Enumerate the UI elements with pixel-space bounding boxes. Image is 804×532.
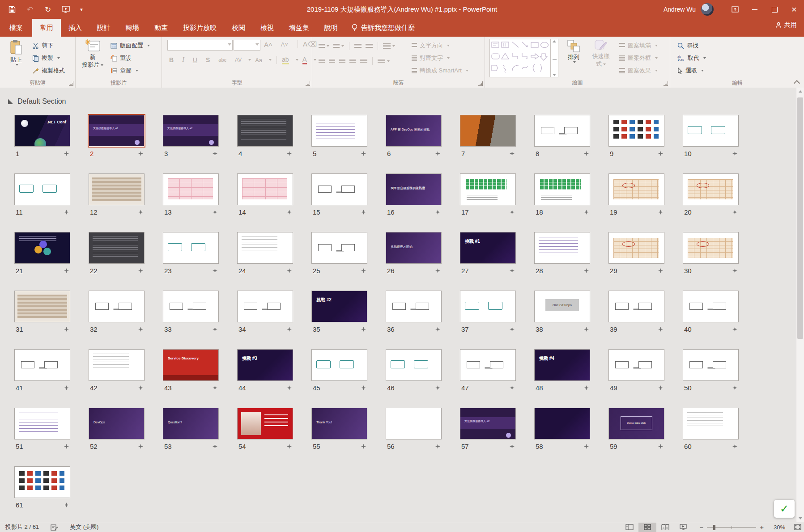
slide-cell-18[interactable]: 18 <box>535 174 590 216</box>
slide-sorter-canvas[interactable]: Default Section .NET Conf1大規模微服務導入 #12大規… <box>0 88 804 522</box>
replace-button[interactable]: abac 取代 <box>677 53 706 63</box>
zoom-slider-thumb[interactable] <box>713 525 715 530</box>
scroll-up-button[interactable] <box>796 88 804 95</box>
slide-cell-52[interactable]: DevOps52 <box>89 408 144 450</box>
shrink-font-button[interactable]: A˅ <box>281 41 288 48</box>
slide-cell-41[interactable]: 41 <box>15 350 70 392</box>
slide-cell-26[interactable]: 挑戰現在才開始26 <box>386 232 441 274</box>
slide-thumbnail[interactable] <box>609 291 664 322</box>
font-size-combo[interactable] <box>234 40 260 51</box>
language-indicator[interactable]: 英文 (美國) <box>70 523 98 531</box>
slide-thumbnail[interactable] <box>535 408 590 439</box>
slide-counter[interactable]: 投影片 2 / 61 <box>5 523 39 531</box>
slide-cell-51[interactable]: 51 <box>15 408 70 450</box>
select-button[interactable]: 選取 <box>677 65 704 76</box>
clipboard-dialog-launcher[interactable] <box>69 81 73 86</box>
slide-cell-1[interactable]: .NET Conf1 <box>15 115 70 157</box>
share-button[interactable]: 共用 <box>775 21 797 29</box>
slide-cell-30[interactable]: 30 <box>683 232 738 274</box>
vertical-scrollbar[interactable] <box>796 88 804 522</box>
slide-cell-33[interactable]: 33 <box>163 291 218 333</box>
slide-thumbnail[interactable] <box>609 115 664 146</box>
avatar[interactable] <box>701 3 714 16</box>
slide-cell-59[interactable]: Demo intro slide59 <box>609 408 664 450</box>
slide-cell-5[interactable]: 5 <box>312 115 367 157</box>
font-name-combo[interactable] <box>167 40 233 51</box>
paste-button[interactable]: 貼上 <box>4 39 29 66</box>
tab-design[interactable]: 設計 <box>89 19 118 37</box>
slide-thumbnail[interactable] <box>238 232 293 263</box>
maximize-button[interactable] <box>765 0 784 19</box>
slide-cell-24[interactable]: 24 <box>238 232 293 274</box>
slide-cell-16[interactable]: 簡單整合微服務的複雜度16 <box>386 174 441 216</box>
slide-cell-42[interactable]: 42 <box>89 350 144 392</box>
character-spacing-button[interactable]: AV <box>235 57 242 63</box>
slide-cell-38[interactable]: One Git Repo38 <box>535 291 590 333</box>
decrease-indent-button[interactable] <box>354 44 362 48</box>
zoom-slider[interactable] <box>707 523 756 532</box>
slide-thumbnail[interactable] <box>15 350 70 380</box>
tab-view[interactable]: 檢視 <box>253 19 281 37</box>
tab-home[interactable]: 常用 <box>32 19 61 37</box>
slide-thumbnail[interactable] <box>238 115 293 146</box>
fit-slide-to-window-button[interactable] <box>794 524 801 530</box>
slide-thumbnail[interactable]: 挑戰 #2 <box>312 291 367 322</box>
slide-cell-50[interactable]: 50 <box>683 350 738 392</box>
slide-cell-9[interactable]: 9 <box>609 115 664 157</box>
slide-thumbnail[interactable] <box>535 174 590 205</box>
slide-thumbnail[interactable] <box>312 232 367 263</box>
slide-thumbnail[interactable] <box>89 350 144 380</box>
slide-cell-28[interactable]: 28 <box>535 232 590 274</box>
slide-cell-45[interactable]: 45 <box>312 350 367 392</box>
slide-thumbnail[interactable]: APP 在 DevOps 浪潮的挑戰 <box>386 115 441 146</box>
slide-thumbnail[interactable]: 大規模微服務導入 #1 <box>89 115 144 146</box>
slide-cell-57[interactable]: 大規模微服務導入 #257 <box>460 408 515 450</box>
slide-thumbnail[interactable]: 挑戰現在才開始 <box>386 232 441 263</box>
slide-cell-21[interactable]: 21 <box>15 232 70 274</box>
strikethrough-button[interactable]: abc <box>218 57 226 63</box>
slide-thumbnail[interactable] <box>535 232 590 263</box>
slide-thumbnail[interactable] <box>89 291 144 322</box>
layout-button[interactable]: 版面配置 <box>111 40 150 51</box>
distribute-button[interactable] <box>360 59 367 63</box>
slide-cell-56[interactable]: 56 <box>386 408 441 450</box>
change-case-button[interactable]: Aa <box>255 57 262 63</box>
slide-thumbnail[interactable] <box>15 408 70 439</box>
slide-thumbnail[interactable] <box>683 350 738 380</box>
slide-thumbnail[interactable] <box>683 232 738 263</box>
zoom-level[interactable]: 30% <box>767 524 785 531</box>
slide-cell-8[interactable]: 8 <box>535 115 590 157</box>
slide-cell-4[interactable]: 4 <box>238 115 293 157</box>
slide-cell-23[interactable]: 23 <box>163 232 218 274</box>
slide-thumbnail[interactable]: .NET Conf <box>15 115 70 146</box>
view-slide-sorter-button[interactable] <box>638 523 656 532</box>
slide-thumbnail[interactable] <box>535 115 590 146</box>
tab-animations[interactable]: 動畫 <box>147 19 175 37</box>
close-button[interactable]: × <box>784 0 804 19</box>
arrange-button[interactable]: 排列 <box>562 39 585 63</box>
drawing-dialog-launcher[interactable] <box>664 81 668 86</box>
tab-addins[interactable]: 增益集 <box>281 19 317 37</box>
slide-cell-15[interactable]: 15 <box>312 174 367 216</box>
section-button[interactable]: 章節 <box>111 65 138 76</box>
slide-cell-58[interactable]: 58 <box>535 408 590 450</box>
slide-thumbnail[interactable] <box>460 350 515 380</box>
slide-thumbnail[interactable] <box>15 291 70 322</box>
slide-thumbnail[interactable]: 挑戰 #3 <box>238 350 293 380</box>
slide-thumbnail[interactable] <box>163 291 218 322</box>
user-name[interactable]: Andrew Wu <box>664 6 696 13</box>
font-dialog-launcher[interactable] <box>306 81 310 86</box>
slide-thumbnail[interactable] <box>238 291 293 322</box>
slide-thumbnail[interactable] <box>163 174 218 205</box>
slide-cell-54[interactable]: 54 <box>238 408 293 450</box>
slide-thumbnail[interactable] <box>460 115 515 146</box>
scroll-down-button[interactable] <box>796 515 804 522</box>
tab-help[interactable]: 說明 <box>317 19 345 37</box>
scrollbar-thumb[interactable] <box>797 97 803 339</box>
format-painter-button[interactable]: 複製格式 <box>32 65 65 76</box>
slide-cell-34[interactable]: 34 <box>238 291 293 333</box>
view-normal-button[interactable] <box>621 523 638 532</box>
slide-cell-37[interactable]: 37 <box>460 291 515 333</box>
slide-cell-55[interactable]: Thank You!55 <box>312 408 367 450</box>
slide-thumbnail[interactable]: 簡單整合微服務的複雜度 <box>386 174 441 205</box>
